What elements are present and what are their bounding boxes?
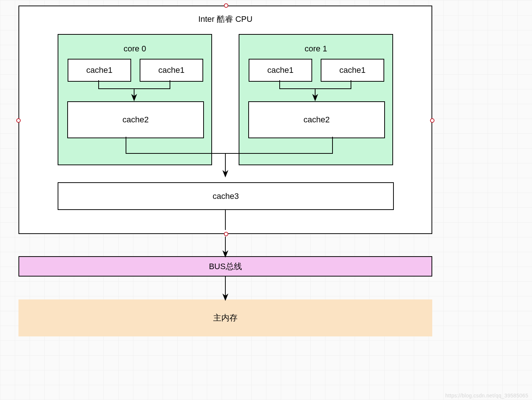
- core-1-cache2: cache2: [248, 101, 385, 138]
- core-1-cache1-a: cache1: [249, 59, 312, 82]
- core-1: core 1 cache1 cache1 cache2: [239, 34, 393, 165]
- watermark: https://blog.csdn.net/qq_39585065: [445, 393, 528, 399]
- cache3: cache3: [58, 182, 394, 210]
- core-0-cache1-b: cache1: [140, 59, 203, 82]
- cpu-block: Inter 酷睿 CPU core 0 cache1 cache1 cache2…: [18, 6, 432, 234]
- core-0: core 0 cache1 cache1 cache2: [58, 34, 212, 165]
- core-0-title: core 0: [58, 44, 211, 54]
- anchor-bottom: [224, 232, 228, 236]
- core-1-cache1-b: cache1: [321, 59, 384, 82]
- anchor-left: [16, 118, 21, 123]
- memory-block: 主内存: [18, 299, 432, 336]
- cpu-title: Inter 酷睿 CPU: [19, 14, 432, 25]
- anchor-right: [430, 118, 434, 123]
- core-0-cache2: cache2: [67, 101, 204, 138]
- anchor-top: [224, 3, 228, 8]
- core-1-title: core 1: [239, 44, 392, 54]
- core-0-cache1-a: cache1: [68, 59, 131, 82]
- bus-block: BUS总线: [18, 256, 432, 277]
